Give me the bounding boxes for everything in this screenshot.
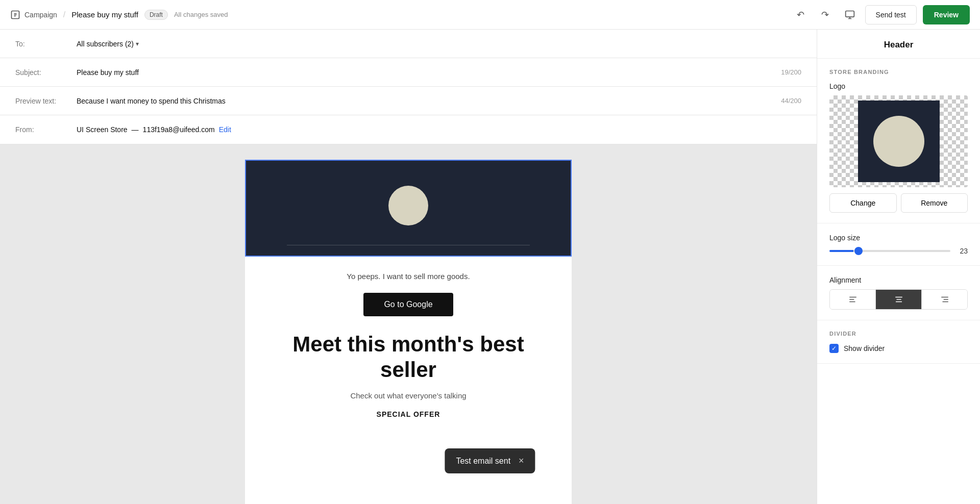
send-test-button[interactable]: Send test — [865, 5, 917, 24]
campaign-back-link[interactable]: Campaign — [10, 10, 57, 20]
top-navigation: Campaign / Please buy my stuff Draft All… — [0, 0, 980, 30]
logo-preview-circle — [873, 116, 924, 167]
subject-value: Please buy my stuff — [77, 68, 781, 77]
right-panel: Header STORE BRANDING Logo Change Remove… — [817, 30, 980, 504]
subject-label: Subject: — [15, 68, 77, 77]
monitor-icon — [845, 10, 855, 20]
to-row: To: All subscribers (2) ▾ — [0, 30, 817, 58]
subject-row: Subject: Please buy my stuff 19/200 — [0, 58, 817, 87]
campaign-title: Please buy my stuff — [71, 10, 138, 19]
email-tagline: Yo peeps. I want to sell more goods. — [271, 272, 546, 281]
subscribers-dropdown[interactable]: All subscribers (2) ▾ — [77, 40, 139, 48]
preview-counter: 44/200 — [781, 97, 801, 105]
divider-section: DIVIDER ✓ Show divider — [817, 320, 980, 364]
show-divider-checkbox[interactable]: ✓ — [829, 344, 839, 353]
from-row: From: UI Screen Store — 113f19a8@uifeed.… — [0, 115, 817, 144]
canvas-container[interactable]: Yo peeps. I want to sell more goods. Go … — [0, 144, 817, 504]
preview-value: Because I want money to spend this Chris… — [77, 97, 781, 105]
toast-overlay: Test email sent × — [445, 448, 535, 473]
toast: Test email sent × — [445, 448, 535, 473]
preview-row: Preview text: Because I want money to sp… — [0, 87, 817, 115]
align-center-button[interactable] — [876, 290, 922, 309]
from-store: UI Screen Store — [77, 125, 128, 134]
logo-preview-wrapper — [829, 95, 968, 187]
campaign-label: Campaign — [24, 11, 57, 19]
logo-actions: Change Remove — [829, 193, 968, 213]
show-divider-row: ✓ Show divider — [829, 344, 968, 353]
align-right-icon — [940, 295, 949, 304]
to-label: To: — [15, 40, 77, 48]
chevron-down-icon: ▾ — [136, 40, 139, 47]
store-branding-section: STORE BRANDING Logo Change Remove — [817, 59, 980, 223]
checkmark-icon: ✓ — [831, 345, 837, 352]
remove-logo-button[interactable]: Remove — [901, 193, 968, 213]
from-info: UI Screen Store — 113f19a8@uifeed.com Ed… — [77, 125, 231, 134]
logo-size-value: 23 — [955, 247, 968, 255]
email-body: Yo peeps. I want to sell more goods. Go … — [245, 257, 572, 434]
review-button[interactable]: Review — [923, 5, 970, 24]
email-special-offer: SPECIAL OFFER — [271, 410, 546, 418]
svg-rect-1 — [845, 11, 854, 17]
subject-counter: 19/200 — [781, 68, 801, 76]
toast-message: Test email sent — [456, 457, 510, 466]
email-subtext: Check out what everyone's talking — [271, 391, 546, 400]
align-left-icon — [848, 295, 857, 304]
email-heading: Meet this month's best seller — [271, 332, 546, 383]
nav-separator: / — [63, 10, 65, 19]
logo-preview-inner — [858, 100, 940, 182]
logo-size-row: 23 — [829, 247, 968, 255]
alignment-section: Alignment — [817, 266, 980, 320]
show-divider-label: Show divider — [844, 344, 885, 352]
change-logo-button[interactable]: Change — [829, 193, 897, 213]
from-email: 113f19a8@uifeed.com — [143, 125, 215, 134]
logo-label: Logo — [829, 82, 968, 90]
undo-button[interactable]: ↶ — [792, 6, 810, 24]
meta-fields: To: All subscribers (2) ▾ Subject: Pleas… — [0, 30, 817, 144]
draft-badge: Draft — [144, 10, 168, 20]
align-left-button[interactable] — [830, 290, 876, 309]
email-header-divider — [287, 245, 530, 245]
align-center-icon — [894, 295, 903, 304]
email-logo-circle — [388, 186, 428, 225]
saved-status: All changes saved — [174, 11, 228, 18]
campaign-icon — [10, 10, 20, 20]
from-separator: — — [132, 125, 139, 134]
main-area: To: All subscribers (2) ▾ Subject: Pleas… — [0, 30, 980, 504]
redo-button[interactable]: ↷ — [816, 6, 835, 24]
from-edit-link[interactable]: Edit — [219, 125, 231, 134]
alignment-group — [829, 289, 968, 310]
email-logo-container — [379, 176, 438, 235]
logo-size-label: Logo size — [829, 234, 968, 242]
toast-close-button[interactable]: × — [519, 456, 524, 466]
preview-label: Preview text: — [15, 97, 77, 105]
logo-size-slider[interactable] — [829, 250, 950, 252]
panel-header: Header — [817, 30, 980, 59]
from-label: From: — [15, 125, 77, 134]
divider-section-title: DIVIDER — [829, 331, 968, 337]
editor-area: To: All subscribers (2) ▾ Subject: Pleas… — [0, 30, 817, 504]
alignment-label: Alignment — [829, 276, 968, 284]
preview-button[interactable] — [841, 6, 859, 24]
store-branding-title: STORE BRANDING — [829, 69, 968, 75]
email-header-block[interactable] — [245, 160, 572, 257]
logo-size-section: Logo size 23 — [817, 223, 980, 266]
email-cta-button[interactable]: Go to Google — [363, 293, 453, 316]
subscribers-value: All subscribers (2) — [77, 40, 134, 48]
align-right-button[interactable] — [922, 290, 967, 309]
